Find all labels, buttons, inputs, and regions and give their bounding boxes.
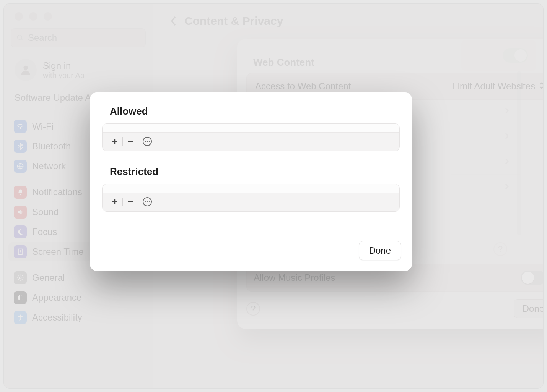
- bluetooth-icon: [14, 140, 27, 153]
- allowed-list[interactable]: [102, 123, 400, 151]
- sidebar-item-label: Screen Time: [32, 246, 84, 257]
- restricted-add-button[interactable]: [107, 196, 122, 207]
- sidebar-item-appearance[interactable]: Appearance: [8, 288, 148, 307]
- back-button[interactable]: [171, 16, 177, 26]
- sidebar-item-label: Appearance: [32, 292, 81, 303]
- sidebar-item-general[interactable]: General: [8, 268, 148, 287]
- gear-icon: [14, 271, 27, 284]
- allowed-restricted-modal: Allowed Restricted: [90, 92, 412, 271]
- web-content-section-label: Web Content: [246, 53, 543, 73]
- accessibility-icon: [14, 311, 27, 324]
- allow-music-profiles-label: Allow Music Profiles: [254, 272, 335, 283]
- sidebar-item-label: Focus: [32, 227, 57, 237]
- allowed-add-button[interactable]: [107, 136, 122, 147]
- sheet-help-button[interactable]: ?: [246, 302, 260, 316]
- sidebar-item-label: General: [32, 272, 65, 283]
- bell-icon: [14, 186, 27, 199]
- page-title: Content & Privacy: [184, 15, 283, 28]
- avatar: [15, 59, 37, 81]
- restricted-remove-button[interactable]: [123, 196, 138, 207]
- restricted-list-toolbar: [103, 193, 399, 211]
- signin-subtitle: with your Ap: [43, 71, 85, 80]
- svg-point-3: [20, 128, 21, 130]
- screentime-icon: [14, 245, 27, 258]
- sidebar-item-label: Notifications: [32, 187, 82, 198]
- chevron-left-icon: [171, 16, 177, 26]
- allowed-list-body[interactable]: [103, 124, 399, 132]
- search-input[interactable]: Search: [11, 28, 146, 47]
- sound-icon: [14, 206, 27, 219]
- svg-point-8: [20, 315, 21, 316]
- wifi-icon: [14, 120, 27, 133]
- close-window-button[interactable]: [15, 12, 23, 21]
- allowed-more-button[interactable]: [138, 136, 154, 147]
- network-icon: [14, 160, 27, 173]
- ellipsis-circle-icon: [143, 197, 152, 206]
- svg-point-5: [20, 194, 21, 195]
- allowed-list-toolbar: [103, 132, 399, 151]
- modal-done-button[interactable]: Done: [359, 241, 401, 260]
- restricted-more-button[interactable]: [138, 196, 154, 207]
- svg-point-6: [20, 277, 21, 279]
- window-controls: [4, 4, 153, 27]
- allowed-section-title: Allowed: [99, 105, 403, 123]
- restricted-list[interactable]: [102, 184, 400, 212]
- allow-music-profiles-toggle[interactable]: [521, 271, 543, 285]
- sheet-done-button[interactable]: Done: [514, 299, 543, 318]
- sidebar-item-label: Bluetooth: [32, 141, 71, 152]
- search-placeholder: Search: [28, 32, 57, 43]
- svg-point-2: [23, 66, 28, 70]
- access-web-content-label: Access to Web Content: [255, 81, 351, 92]
- zoom-window-button[interactable]: [44, 12, 52, 21]
- sidebar-item-label: Sound: [32, 207, 59, 217]
- sidebar-item-label: Network: [32, 161, 66, 172]
- ellipsis-circle-icon: [143, 137, 152, 146]
- access-web-content-popup[interactable]: Limit Adult Websites: [453, 81, 543, 92]
- access-web-content-value: Limit Adult Websites: [453, 81, 535, 92]
- signin-label: Sign in: [43, 60, 85, 71]
- restricted-list-body[interactable]: [103, 184, 399, 193]
- search-icon: [16, 34, 24, 42]
- svg-line-1: [21, 39, 23, 41]
- account-row[interactable]: Sign in with your Ap: [4, 53, 153, 85]
- minimize-window-button[interactable]: [29, 12, 37, 21]
- allowed-remove-button[interactable]: [123, 136, 138, 147]
- sidebar-item-accessibility[interactable]: Accessibility: [8, 308, 148, 327]
- appearance-icon: [14, 291, 27, 304]
- updown-chevron-icon: [539, 81, 543, 92]
- person-icon: [19, 63, 32, 76]
- sidebar-item-label: Wi-Fi: [32, 121, 54, 132]
- focus-icon: [14, 225, 27, 238]
- sidebar-item-label: Accessibility: [32, 312, 82, 323]
- svg-point-0: [18, 35, 22, 40]
- titlebar: Content & Privacy: [153, 4, 543, 33]
- restricted-section-title: Restricted: [99, 166, 403, 184]
